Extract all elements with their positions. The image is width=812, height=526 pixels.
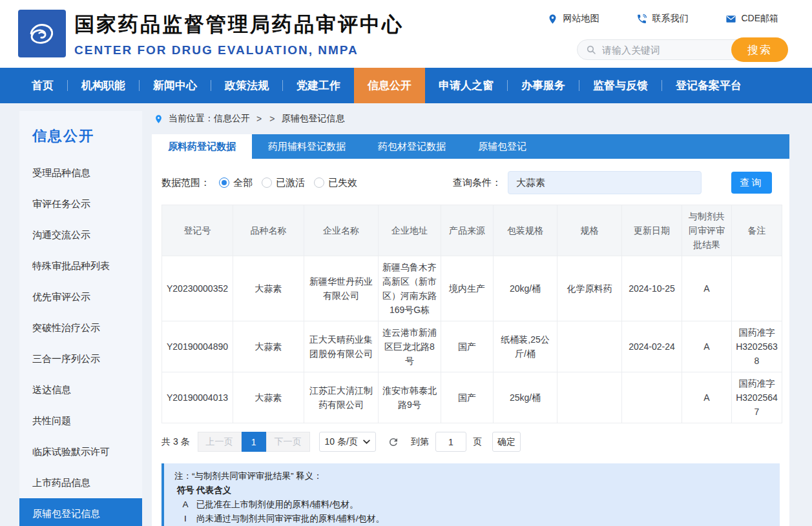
title-block: 国家药品监督管理局药品审评中心 CENTER FOR DRUG EVALUATI…: [74, 11, 404, 57]
sidebar-item-breakthrough-therapy[interactable]: 突破性治疗公示: [19, 312, 142, 343]
sidebar-item-review-tasks[interactable]: 审评任务公示: [19, 188, 142, 219]
table-cell: 化学原料药: [557, 256, 622, 321]
page-body: 信息公开 受理品种信息 审评任务公示 沟通交流公示 特殊审批品种列表 优先审评公…: [0, 103, 812, 521]
table-cell: 20kg/桶: [494, 256, 557, 321]
table-cell: 新疆华世丹药业有限公司: [304, 256, 379, 321]
table-cell: Y20230000352: [162, 256, 233, 321]
table-cell: 国药准字H32025647: [732, 372, 782, 423]
column-header: 包装规格: [494, 205, 557, 256]
sitemap-link-label: 网站地图: [563, 13, 599, 25]
cde-mail-link[interactable]: CDE邮箱: [725, 13, 778, 25]
confirm-button[interactable]: 确定: [492, 432, 521, 452]
sidebar-item-marketed-drugs[interactable]: 上市药品信息: [19, 467, 142, 498]
goto-unit: 页: [473, 436, 482, 448]
table-cell: A: [682, 256, 732, 321]
table-row: Y20230000352 大蒜素 新疆华世丹药业有限公司 新疆乌鲁木齐高新区（新…: [162, 256, 782, 321]
radio-activated[interactable]: 已激活: [262, 177, 305, 189]
nav-item-home[interactable]: 首页: [18, 68, 67, 103]
site-title: 国家药品监督管理局药品审评中心: [74, 11, 404, 38]
nav-item-applicant-window[interactable]: 申请人之窗: [425, 68, 507, 103]
tab-raw-aux-pack-registration[interactable]: 原辅包登记: [462, 134, 543, 159]
sidebar-title: 信息公开: [19, 111, 142, 157]
refresh-icon[interactable]: [388, 436, 399, 448]
nav-item-registration-platform[interactable]: 登记备案平台: [662, 68, 755, 103]
main-content: 当前位置：信息公开 > > 原辅包登记信息 原料药登记数据 药用辅料登记数据 药…: [152, 111, 789, 521]
total-count: 共 3 条: [161, 436, 190, 448]
tab-packaging-data[interactable]: 药包材登记数据: [362, 134, 462, 159]
table-cell: 淮安市韩泰北路9号: [379, 372, 441, 423]
table-cell: [557, 372, 622, 423]
query-label: 查询条件：: [453, 177, 501, 189]
location-pin-icon: [154, 114, 163, 124]
nav-item-services[interactable]: 办事服务: [508, 68, 579, 103]
sidebar-item-communication[interactable]: 沟通交流公示: [19, 219, 142, 250]
radio-unchecked-icon: [314, 177, 324, 188]
table-row: Y20190004890 大蒜素 正大天晴药业集团股份有限公司 连云港市新浦区巨…: [162, 321, 782, 372]
sidebar-item-three-in-one[interactable]: 三合一序列公示: [19, 343, 142, 374]
query-input[interactable]: [508, 171, 702, 194]
sidebar-item-accepted-varieties[interactable]: 受理品种信息: [19, 157, 142, 188]
sitemap-link[interactable]: 网站地图: [547, 13, 599, 25]
page: 国家药品监督管理局药品审评中心 CENTER FOR DRUG EVALUATI…: [0, 0, 812, 521]
nav-item-information-disclosure[interactable]: 信息公开: [354, 68, 425, 103]
cde-logo[interactable]: [18, 10, 66, 57]
table-cell: 2024-02-24: [622, 321, 682, 372]
table-header-row: 登记号 品种名称 企业名称 企业地址 产品来源 包装规格 规格 更新日期 与制剂…: [162, 205, 782, 256]
tab-api-data[interactable]: 原料药登记数据: [152, 134, 252, 159]
sidebar-item-special-approval[interactable]: 特殊审批品种列表: [19, 250, 142, 281]
table-cell: 25kg/桶: [494, 372, 557, 423]
column-header: 品种名称: [233, 205, 304, 256]
column-header: 企业地址: [379, 205, 441, 256]
registration-table: 登记号 品种名称 企业名称 企业地址 产品来源 包装规格 规格 更新日期 与制剂…: [161, 205, 782, 423]
breadcrumb: 当前位置：信息公开 > > 原辅包登记信息: [154, 113, 789, 125]
sidebar-item-clinical-trial-implied-license[interactable]: 临床试验默示许可: [19, 436, 142, 467]
column-header: 更新日期: [622, 205, 682, 256]
note-title: 注：“与制剂共同审评审批结果” 释义：: [174, 469, 767, 483]
search-bar: 搜索: [577, 39, 788, 61]
note-meaning-header: 代表含义: [196, 483, 231, 498]
sidebar-item-delivery-info[interactable]: 送达信息: [19, 374, 142, 405]
column-header: 与制剂共同审评审批结果: [682, 205, 732, 256]
breadcrumb-prefix: 当前位置：信息公开: [169, 113, 250, 125]
prev-page-button[interactable]: 上一页: [198, 432, 242, 452]
page-1-button[interactable]: 1: [242, 432, 266, 452]
tab-bar: 原料药登记数据 药用辅料登记数据 药包材登记数据 原辅包登记: [152, 134, 789, 159]
table-cell: Y20190004013: [162, 372, 233, 423]
table-cell: 大蒜素: [233, 372, 304, 423]
goto-page-input[interactable]: [435, 432, 466, 452]
note-box: 注：“与制剂共同审评审批结果” 释义： 符号 代表含义 A 已批准在上市制剂使用…: [161, 463, 780, 526]
goto-label: 到第: [411, 436, 429, 448]
table-row: Y20190004013 大蒜素 江苏正大清江制药有限公司 淮安市韩泰北路9号 …: [162, 372, 782, 423]
radio-expired-label: 已失效: [328, 177, 357, 189]
query-button[interactable]: 查询: [731, 172, 772, 194]
radio-expired[interactable]: 已失效: [314, 177, 357, 189]
nav-item-organization[interactable]: 机构职能: [68, 68, 139, 103]
main-nav: 首页 机构职能 新闻中心 政策法规 党建工作 信息公开 申请人之窗 办事服务 监…: [0, 68, 812, 103]
nav-item-party-building[interactable]: 党建工作: [283, 68, 354, 103]
filter-row: 数据范围： 全部 已激活 已失效 查询条件： 查询: [161, 171, 780, 194]
page-size-select[interactable]: 10 条/页: [319, 432, 376, 452]
column-header: 规格: [557, 205, 622, 256]
nav-item-supervision-feedback[interactable]: 监督与反馈: [579, 68, 661, 103]
table-cell: 境内生产: [441, 256, 494, 321]
site-subtitle: CENTER FOR DRUG EVALUATION, NMPA: [74, 43, 404, 57]
page-size-value: 10 条/页: [325, 436, 358, 448]
sidebar-item-raw-material-registration[interactable]: 原辅包登记信息: [19, 498, 142, 526]
table-cell: [622, 372, 682, 423]
radio-all[interactable]: 全部: [219, 177, 253, 189]
contact-link[interactable]: 联系我们: [636, 13, 688, 25]
nav-item-policies[interactable]: 政策法规: [211, 68, 282, 103]
tab-excipients-data[interactable]: 药用辅料登记数据: [252, 134, 362, 159]
note-symbol: A: [174, 498, 196, 512]
radio-checked-icon: [219, 177, 229, 188]
search-icon: [586, 45, 596, 55]
nav-item-news[interactable]: 新闻中心: [140, 68, 211, 103]
chevron-down-icon: [363, 440, 370, 444]
sidebar-item-priority-review[interactable]: 优先审评公示: [19, 281, 142, 312]
table-cell: 2024-10-25: [622, 256, 682, 321]
search-button[interactable]: 搜索: [731, 37, 788, 62]
cde-logo-icon: [25, 16, 59, 51]
next-page-button[interactable]: 下一页: [266, 432, 310, 452]
sidebar-item-common-issues[interactable]: 共性问题: [19, 405, 142, 436]
radio-all-label: 全部: [233, 177, 253, 189]
